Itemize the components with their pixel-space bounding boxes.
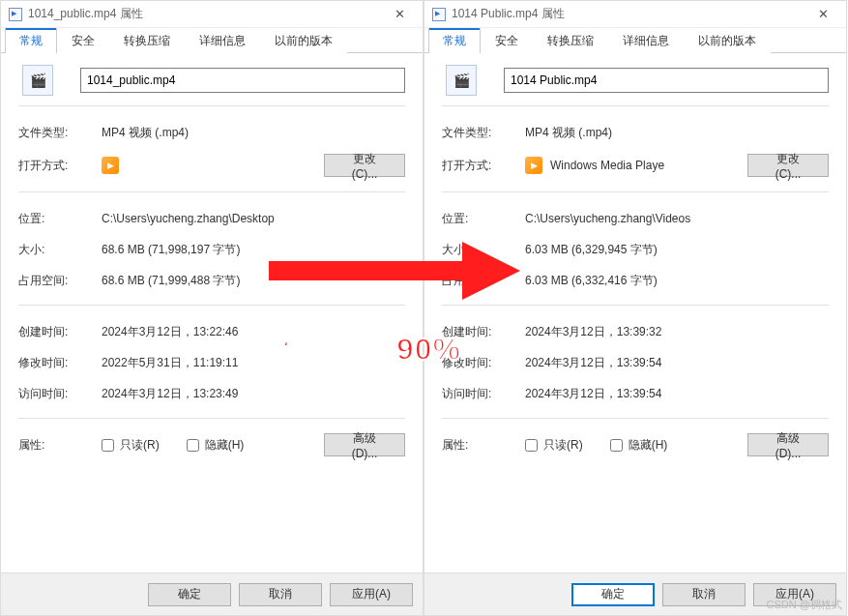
dialog-right: 1014 Public.mp4 属性 ✕ 常规 安全 转换压缩 详细信息 以前的… [424, 0, 847, 616]
label-accessed: 访问时间: [442, 386, 525, 402]
tab-compress[interactable]: 转换压缩 [533, 28, 608, 53]
hidden-label: 隐藏(H) [205, 437, 245, 454]
label-attributes: 属性: [18, 437, 102, 454]
cancel-button[interactable]: 取消 [662, 583, 746, 606]
hidden-label: 隐藏(H) [629, 437, 668, 454]
ok-button[interactable]: 确定 [148, 583, 231, 606]
hidden-check[interactable] [610, 439, 623, 452]
app-icon [525, 157, 542, 174]
separator [442, 105, 829, 106]
label-size: 大小: [18, 242, 102, 258]
value-openwith: Windows Media Playe [550, 159, 664, 172]
tab-compress[interactable]: 转换压缩 [109, 28, 185, 53]
label-location: 位置: [442, 211, 525, 227]
value-created: 2024年3月12日，13:22:46 [102, 324, 405, 340]
separator [18, 305, 405, 306]
value-disk: 6.03 MB (6,332,416 字节) [525, 273, 829, 289]
label-created: 创建时间: [18, 324, 102, 340]
checkbox-hidden[interactable]: 隐藏(H) [187, 437, 245, 454]
tab-previous[interactable]: 以前的版本 [684, 28, 771, 53]
filename-input[interactable] [80, 68, 405, 93]
label-location: 位置: [18, 211, 102, 227]
value-accessed: 2024年3月12日，13:39:54 [525, 386, 829, 402]
value-filetype: MP4 视频 (.mp4) [525, 125, 829, 141]
value-created: 2024年3月12日，13:39:32 [525, 324, 829, 340]
value-location: C:\Users\yucheng.zhang\Videos [525, 212, 829, 225]
separator [18, 105, 405, 106]
value-size: 68.6 MB (71,998,197 字节) [102, 242, 405, 258]
value-modified: 2022年5月31日，11:19:11 [102, 355, 405, 371]
tab-previous[interactable]: 以前的版本 [260, 28, 347, 53]
separator [18, 418, 405, 419]
label-filetype: 文件类型: [18, 125, 102, 141]
filename-input[interactable] [504, 68, 829, 93]
window-title: 1014_public.mp4 属性 [28, 6, 380, 22]
file-icon [9, 8, 22, 21]
close-button[interactable]: ✕ [804, 2, 842, 27]
titlebar: 1014_public.mp4 属性 ✕ [1, 1, 423, 28]
video-file-icon [446, 65, 477, 96]
window-title: 1014 Public.mp4 属性 [452, 6, 804, 22]
label-attributes: 属性: [442, 437, 525, 454]
advanced-button[interactable]: 高级(D)... [747, 433, 829, 456]
label-disk: 占用空间: [442, 273, 525, 289]
hidden-check[interactable] [187, 439, 199, 452]
value-modified: 2024年3月12日，13:39:54 [525, 355, 829, 371]
checkbox-readonly[interactable]: 只读(R) [525, 437, 583, 454]
readonly-label: 只读(R) [120, 437, 160, 454]
tabs: 常规 安全 转换压缩 详细信息 以前的版本 [1, 28, 423, 53]
dialog-footer: 确定 取消 应用(A) [1, 572, 423, 615]
tabs: 常规 安全 转换压缩 详细信息 以前的版本 [424, 28, 846, 53]
app-icon [102, 157, 119, 174]
label-modified: 修改时间: [18, 355, 102, 371]
dialog-body: 文件类型: MP4 视频 (.mp4) 打开方式: Windows Media … [424, 53, 846, 572]
video-file-icon [22, 65, 53, 96]
separator [442, 191, 829, 192]
value-size: 6.03 MB (6,329,945 字节) [525, 242, 829, 258]
label-accessed: 访问时间: [18, 386, 102, 402]
value-disk: 68.6 MB (71,999,488 字节) [102, 273, 405, 289]
label-openwith: 打开方式: [18, 158, 102, 174]
file-icon [432, 8, 446, 21]
change-button[interactable]: 更改(C)... [747, 154, 829, 177]
close-icon: ✕ [818, 7, 829, 21]
tab-general[interactable]: 常规 [5, 28, 57, 53]
ok-button[interactable]: 确定 [571, 583, 655, 606]
label-filetype: 文件类型: [442, 125, 525, 141]
watermark-text: CSDN @稠格式 [767, 598, 842, 612]
readonly-check[interactable] [525, 439, 538, 452]
cancel-button[interactable]: 取消 [239, 583, 322, 606]
label-created: 创建时间: [442, 324, 525, 340]
checkbox-readonly[interactable]: 只读(R) [102, 437, 160, 454]
value-filetype: MP4 视频 (.mp4) [102, 125, 405, 141]
close-button[interactable]: ✕ [380, 2, 419, 27]
dialog-body: 文件类型: MP4 视频 (.mp4) 打开方式: 更改(C)... 位置: C… [1, 53, 423, 572]
value-location: C:\Users\yucheng.zhang\Desktop [102, 212, 405, 225]
label-disk: 占用空间: [18, 273, 102, 289]
dialog-left: 1014_public.mp4 属性 ✕ 常规 安全 转换压缩 详细信息 以前的… [0, 0, 424, 616]
titlebar: 1014 Public.mp4 属性 ✕ [424, 1, 846, 28]
label-modified: 修改时间: [442, 355, 525, 371]
label-size: 大小: [442, 242, 525, 258]
label-openwith: 打开方式: [442, 158, 525, 174]
value-accessed: 2024年3月12日，13:23:49 [102, 386, 405, 402]
readonly-check[interactable] [102, 439, 114, 452]
change-button[interactable]: 更改(C)... [324, 154, 405, 177]
apply-button[interactable]: 应用(A) [330, 583, 413, 606]
tab-details[interactable]: 详细信息 [608, 28, 684, 53]
tab-general[interactable]: 常规 [428, 28, 481, 53]
tab-security[interactable]: 安全 [481, 28, 533, 53]
separator [442, 418, 829, 419]
tab-details[interactable]: 详细信息 [185, 28, 260, 53]
readonly-label: 只读(R) [543, 437, 583, 454]
advanced-button[interactable]: 高级(D)... [324, 433, 405, 456]
checkbox-hidden[interactable]: 隐藏(H) [610, 437, 668, 454]
close-icon: ✕ [395, 7, 405, 21]
tab-security[interactable]: 安全 [57, 28, 109, 53]
separator [442, 305, 829, 306]
separator [18, 191, 405, 192]
